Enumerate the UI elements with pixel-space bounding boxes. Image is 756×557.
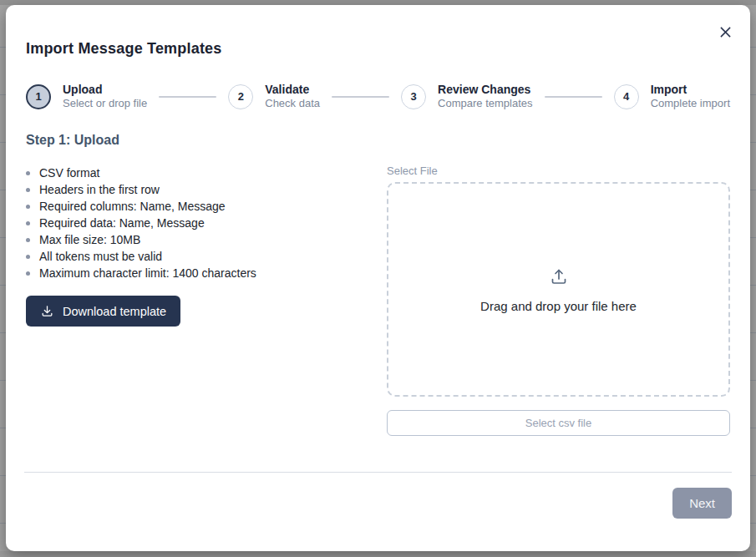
stepper: 1 Upload Select or drop file 2 Validate …: [26, 83, 730, 110]
requirements-section: CSV format Headers in the first row Requ…: [26, 165, 377, 436]
import-templates-modal: Import Message Templates 1 Upload Select…: [6, 5, 750, 551]
backdrop-bottom: [0, 551, 756, 557]
download-template-label: Download template: [63, 305, 166, 318]
download-icon: [40, 304, 54, 318]
step-label: Upload: [63, 83, 147, 97]
next-button[interactable]: Next: [672, 488, 732, 519]
step-circle-4: 4: [614, 84, 639, 109]
modal-title: Import Message Templates: [26, 40, 730, 58]
modal-footer: Next: [24, 472, 732, 519]
select-csv-file-button[interactable]: Select csv file: [387, 410, 730, 436]
requirement-item: Maximum character limit: 1400 characters: [26, 265, 377, 281]
stepper-step-import: 4 Import Complete import: [614, 83, 730, 110]
bullet-icon: [26, 255, 30, 259]
stepper-connector: [332, 96, 389, 98]
upload-icon: [549, 266, 569, 286]
step-label: Import: [651, 83, 730, 97]
stepper-connector: [159, 96, 216, 98]
bullet-icon: [26, 188, 30, 192]
requirement-text: All tokens must be valid: [39, 248, 162, 265]
step-label: Review Changes: [438, 83, 532, 97]
step-sublabel: Compare templates: [438, 97, 532, 110]
requirement-text: Max file size: 10MB: [39, 231, 140, 248]
file-dropzone[interactable]: Drag and drop your file here: [387, 182, 730, 397]
requirement-text: Maximum character limit: 1400 characters: [39, 265, 256, 281]
step-circle-3: 3: [401, 84, 426, 109]
stepper-step-validate: 2 Validate Check data: [228, 83, 320, 110]
requirement-text: Required data: Name, Message: [39, 215, 205, 231]
step-label: Validate: [265, 83, 320, 97]
requirements-list: CSV format Headers in the first row Requ…: [26, 165, 377, 281]
select-file-label: Select File: [387, 165, 730, 177]
bullet-icon: [26, 238, 30, 242]
requirement-item: Headers in the first row: [26, 181, 377, 198]
stepper-connector: [545, 96, 602, 98]
step-sublabel: Check data: [265, 97, 320, 110]
requirement-text: Headers in the first row: [39, 181, 160, 198]
requirement-text: Required columns: Name, Message: [39, 198, 226, 215]
requirement-item: Required data: Name, Message: [26, 215, 377, 231]
bullet-icon: [26, 271, 30, 276]
requirement-item: Max file size: 10MB: [26, 231, 377, 248]
step-circle-2: 2: [228, 84, 253, 109]
close-button[interactable]: [717, 23, 733, 40]
requirement-item: CSV format: [26, 165, 377, 181]
requirement-item: Required columns: Name, Message: [26, 198, 377, 215]
stepper-step-review-changes: 3 Review Changes Compare templates: [401, 83, 532, 110]
close-icon: [720, 27, 731, 38]
download-template-button[interactable]: Download template: [26, 296, 180, 327]
requirement-item: All tokens must be valid: [26, 248, 377, 265]
step-sublabel: Select or drop file: [63, 97, 147, 110]
step-circle-1: 1: [26, 84, 51, 109]
requirement-text: CSV format: [39, 165, 99, 181]
stepper-step-upload: 1 Upload Select or drop file: [26, 83, 147, 110]
bullet-icon: [26, 221, 30, 225]
dropzone-text: Drag and drop your file here: [480, 299, 637, 313]
step-heading: Step 1: Upload: [26, 133, 730, 148]
step-sublabel: Complete import: [651, 97, 730, 110]
bullet-icon: [26, 171, 30, 175]
file-select-section: Select File Drag and drop your file here…: [387, 165, 730, 436]
bullet-icon: [26, 205, 30, 209]
